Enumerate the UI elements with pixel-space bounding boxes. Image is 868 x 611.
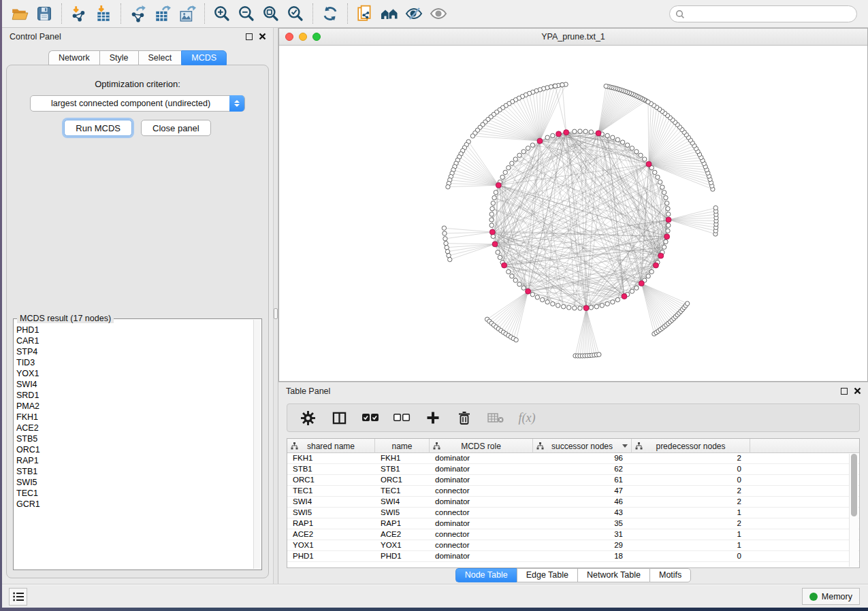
graph-node[interactable]: [510, 161, 514, 165]
column-settings-button[interactable]: [299, 409, 317, 427]
graph-node[interactable]: [521, 150, 526, 154]
zoom-in-button[interactable]: [210, 2, 234, 25]
graph-node[interactable]: [489, 212, 494, 216]
table-cell[interactable]: PHD1: [287, 551, 375, 562]
table-tab-motifs[interactable]: Motifs: [649, 568, 691, 582]
export-image-button[interactable]: [175, 2, 199, 25]
graph-leaf-node[interactable]: [685, 301, 689, 306]
table-row[interactable]: PHD1PHD1dominator180: [287, 551, 859, 562]
table-scrollbar[interactable]: [849, 454, 858, 567]
graph-leaf-node[interactable]: [442, 226, 446, 230]
graph-leaf-node[interactable]: [448, 257, 452, 261]
table-cell[interactable]: connector: [430, 508, 533, 518]
graph-leaf-node[interactable]: [445, 249, 449, 253]
graph-node[interactable]: [573, 306, 577, 310]
network-canvas[interactable]: [279, 46, 867, 381]
table-cell[interactable]: ORC1: [287, 475, 375, 486]
mcds-result-item[interactable]: YOX1: [16, 368, 252, 379]
table-row[interactable]: SWI5SWI5connector431: [287, 508, 859, 518]
table-cell[interactable]: TEC1: [375, 486, 430, 497]
graph-node[interactable]: [653, 170, 657, 174]
table-cell[interactable]: 0: [632, 475, 750, 486]
graph-node[interactable]: [567, 306, 571, 310]
toggle-columns-button[interactable]: [330, 409, 348, 427]
splitter-grip[interactable]: [274, 308, 278, 319]
table-cell[interactable]: SWI4: [375, 497, 430, 508]
graph-node[interactable]: [666, 212, 671, 216]
graph-mcds-node[interactable]: [489, 229, 495, 235]
mcds-result-item[interactable]: ACE2: [16, 423, 252, 433]
zoom-fit-button[interactable]: [259, 2, 283, 25]
graph-node[interactable]: [589, 306, 593, 310]
graph-node[interactable]: [583, 129, 588, 133]
graph-node[interactable]: [615, 137, 620, 142]
table-cell[interactable]: YOX1: [287, 540, 375, 551]
mcds-result-item[interactable]: ORC1: [16, 444, 252, 455]
table-cell[interactable]: dominator: [430, 497, 533, 508]
table-row[interactable]: TEC1TEC1connector472: [287, 486, 859, 497]
graph-node[interactable]: [600, 303, 604, 308]
tab-select[interactable]: Select: [138, 50, 182, 65]
show-all-networks-button[interactable]: [377, 2, 402, 25]
graph-mcds-node[interactable]: [502, 263, 507, 268]
table-cell[interactable]: 96: [533, 453, 632, 464]
graph-mcds-node[interactable]: [526, 288, 531, 294]
apply-layout-button[interactable]: [318, 2, 342, 25]
export-table-button[interactable]: [150, 2, 175, 25]
hide-panel-button[interactable]: [426, 2, 451, 25]
column-header-predecessor-nodes[interactable]: predecessor nodes: [632, 439, 750, 453]
table-cell[interactable]: 2: [632, 497, 750, 508]
graph-leaf-node[interactable]: [713, 205, 718, 210]
graph-node[interactable]: [658, 180, 662, 184]
graph-node[interactable]: [630, 146, 634, 150]
graph-node[interactable]: [662, 245, 666, 249]
table-cell[interactable]: ORC1: [375, 475, 430, 486]
graph-node[interactable]: [639, 153, 643, 157]
table-row[interactable]: ACE2ACE2connector311: [287, 529, 859, 540]
network-document-button[interactable]: [353, 2, 377, 25]
graph-leaf-node[interactable]: [445, 246, 449, 250]
graph-node[interactable]: [530, 143, 534, 147]
table-cell[interactable]: PHD1: [375, 551, 430, 562]
graph-node[interactable]: [660, 185, 664, 189]
graph-node[interactable]: [634, 150, 639, 154]
close-panel-x-button[interactable]: [259, 33, 266, 42]
graph-node[interactable]: [561, 304, 565, 308]
graph-node[interactable]: [605, 301, 609, 306]
graph-leaf-node[interactable]: [447, 253, 451, 257]
graph-leaf-node[interactable]: [446, 184, 450, 188]
export-network-button[interactable]: [126, 2, 150, 25]
graph-mcds-node[interactable]: [622, 294, 627, 299]
table-tab-edge-table[interactable]: Edge Table: [517, 568, 577, 582]
graph-node[interactable]: [656, 175, 660, 179]
graph-node[interactable]: [545, 135, 549, 139]
table-cell[interactable]: 0: [632, 551, 750, 562]
table-cell[interactable]: 46: [533, 497, 632, 508]
graph-node[interactable]: [556, 303, 560, 308]
graph-node[interactable]: [492, 195, 496, 199]
graph-node[interactable]: [494, 191, 498, 195]
table-cell[interactable]: STB1: [287, 464, 375, 475]
graph-node[interactable]: [513, 278, 517, 282]
mcds-result-item[interactable]: STB1: [16, 466, 252, 477]
mcds-result-item[interactable]: CAR1: [16, 335, 252, 346]
graph-node[interactable]: [503, 170, 507, 174]
tab-network[interactable]: Network: [48, 50, 99, 65]
table-row[interactable]: FKH1FKH1dominator962: [287, 453, 859, 464]
graph-mcds-node[interactable]: [537, 138, 543, 144]
graph-node[interactable]: [630, 289, 634, 293]
mcds-result-item[interactable]: GCR1: [16, 499, 252, 510]
graph-node[interactable]: [498, 255, 502, 259]
table-cell[interactable]: dominator: [430, 475, 533, 486]
panel-menu-button[interactable]: [9, 588, 27, 606]
vertical-splitter[interactable]: [273, 28, 278, 584]
criterion-select[interactable]: largest connected component (undirected): [30, 95, 245, 112]
graph-leaf-node[interactable]: [553, 84, 557, 88]
graph-node[interactable]: [496, 250, 500, 254]
mcds-result-item[interactable]: PHD1: [16, 325, 252, 335]
table-row[interactable]: YOX1YOX1connector291: [287, 540, 859, 551]
graph-node[interactable]: [551, 133, 555, 137]
graph-node[interactable]: [594, 304, 598, 308]
table-cell[interactable]: RAP1: [375, 518, 430, 529]
graph-mcds-node[interactable]: [492, 242, 498, 247]
